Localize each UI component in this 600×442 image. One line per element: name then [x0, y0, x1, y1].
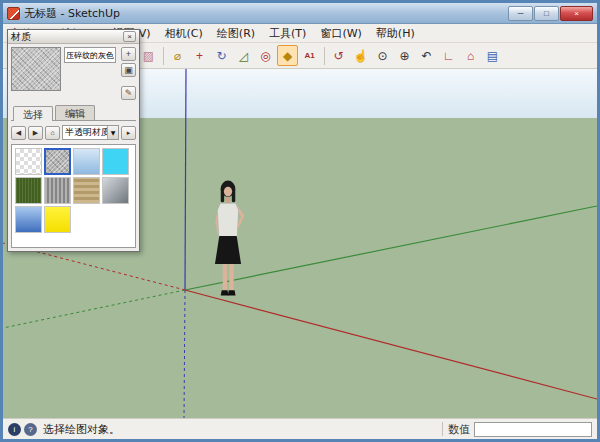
window-controls: ─ □ × [507, 6, 593, 21]
materials-dialog-titlebar[interactable]: 材质 × [8, 30, 139, 44]
chevron-down-icon[interactable]: ▼ [107, 126, 118, 139]
menu-help[interactable]: 帮助(H) [369, 24, 422, 43]
materials-dialog: 材质 × + ▣ ✎ 选择 编辑 ◀ ▶ [7, 29, 140, 252]
measurements-input[interactable] [474, 422, 592, 437]
materials-nav-row: ◀ ▶ ⌂ 半透明材质 ▼ ▸ [11, 125, 136, 140]
text-tool-button[interactable]: A1 [299, 45, 320, 66]
sketchup-window: 无标题 - SketchUp ─ □ × 文件(F) 编辑(E) 视图(V) 相… [0, 0, 600, 442]
share-model-button[interactable]: ▤ [482, 45, 503, 66]
scale-tool-button[interactable]: ◿ [233, 45, 254, 66]
material-swatch[interactable] [15, 206, 42, 233]
menu-draw[interactable]: 绘图(R) [210, 24, 262, 43]
paint-bucket-button[interactable]: ◆ [277, 45, 298, 66]
get-models-button[interactable]: ⌂ [460, 45, 481, 66]
sample-paint-button[interactable]: ✎ [121, 86, 136, 100]
material-swatch[interactable] [15, 148, 42, 175]
default-paint-button[interactable]: ▣ [121, 63, 136, 77]
material-name-column [64, 47, 116, 100]
materials-dialog-title: 材质 [11, 30, 31, 44]
material-swatch-selected[interactable] [44, 148, 71, 175]
close-button[interactable]: × [560, 6, 593, 21]
help-icon[interactable]: ? [24, 423, 37, 436]
titlebar[interactable]: 无标题 - SketchUp ─ □ × [3, 3, 597, 24]
minimize-button[interactable]: ─ [508, 6, 533, 21]
zoom-tool-button[interactable]: ⊙ [372, 45, 393, 66]
material-side-buttons: + ▣ ✎ [119, 47, 136, 100]
sketchup-app-icon [7, 7, 20, 20]
status-message: 选择绘图对象。 [43, 422, 120, 437]
material-swatch[interactable] [44, 177, 71, 204]
statusbar-divider [442, 422, 443, 436]
zoom-extents-button[interactable]: ⊕ [394, 45, 415, 66]
material-swatch[interactable] [15, 177, 42, 204]
window-title: 无标题 - SketchUp [24, 6, 120, 21]
rotate-tool-button[interactable]: ↻ [211, 45, 232, 66]
info-icon[interactable]: i [8, 423, 21, 436]
offset-tool-button[interactable]: ◎ [255, 45, 276, 66]
tab-edit[interactable]: 编辑 [55, 105, 95, 120]
collection-dropdown[interactable]: 半透明材质 ▼ [62, 125, 119, 140]
create-material-button[interactable]: + [121, 47, 136, 61]
material-swatch[interactable] [73, 177, 100, 204]
person-figure[interactable] [199, 178, 257, 298]
toolbar-divider [163, 47, 164, 65]
material-swatch[interactable] [44, 206, 71, 233]
material-preview-row: + ▣ ✎ [11, 47, 136, 100]
material-name-input[interactable] [64, 47, 116, 63]
maximize-button[interactable]: □ [534, 6, 559, 21]
menu-window[interactable]: 窗口(W) [313, 24, 368, 43]
orbit-tool-button[interactable]: ↺ [328, 45, 349, 66]
materials-tabs: 选择 编辑 [11, 105, 136, 121]
materials-close-button[interactable]: × [123, 31, 136, 42]
collection-label: 半透明材质 [65, 126, 107, 139]
material-preview [11, 47, 61, 91]
material-swatch[interactable] [102, 148, 129, 175]
pan-tool-button[interactable]: ☝ [350, 45, 371, 66]
material-swatch-grid [11, 144, 136, 248]
materials-dialog-body: + ▣ ✎ 选择 编辑 ◀ ▶ ⌂ 半透明材质 ▼ ▸ [8, 44, 139, 251]
move-tool-button[interactable]: + [189, 45, 210, 66]
menu-camera[interactable]: 相机(C) [158, 24, 210, 43]
status-bar: i ? 选择绘图对象。 数值 [3, 418, 597, 439]
previous-view-button[interactable]: ↶ [416, 45, 437, 66]
menu-tools[interactable]: 工具(T) [262, 24, 313, 43]
details-arrow-button[interactable]: ▸ [121, 126, 136, 140]
tab-select[interactable]: 选择 [13, 106, 53, 121]
material-swatch[interactable] [102, 177, 129, 204]
axes-tool-button[interactable]: ∟ [438, 45, 459, 66]
eraser-tool-button[interactable]: ▨ [138, 45, 159, 66]
in-model-button[interactable]: ⌂ [45, 126, 60, 140]
back-button[interactable]: ◀ [11, 126, 26, 140]
forward-button[interactable]: ▶ [28, 126, 43, 140]
tape-measure-button[interactable]: ⌀ [167, 45, 188, 66]
measurements-label: 数值 [448, 422, 470, 437]
toolbar-divider [324, 47, 325, 65]
material-swatch[interactable] [73, 148, 100, 175]
